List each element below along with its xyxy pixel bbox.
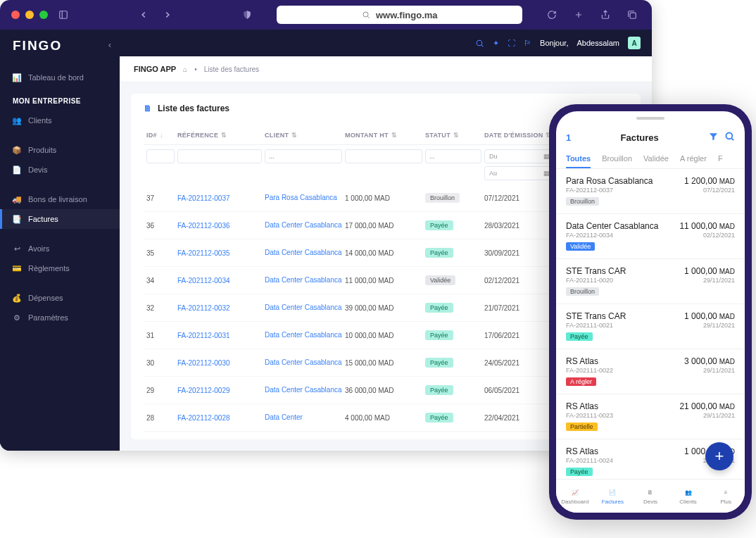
cell-ref[interactable]: FA-202112-0032 <box>177 304 262 312</box>
nav-icon: 📄 <box>607 487 617 497</box>
sidebar-item[interactable]: ⚙Paramètres <box>0 308 120 327</box>
nav-icon: 👥 <box>683 487 693 497</box>
sidebar-item[interactable]: 💳Règlements <box>0 258 120 278</box>
phone-nav-item[interactable]: 👥Clients <box>669 480 707 513</box>
cell-ref[interactable]: FA-202112-0036 <box>177 222 262 230</box>
p-client: Para Rosa Casablanca <box>566 176 653 186</box>
cell-client[interactable]: Data Center Casablanca <box>265 249 342 257</box>
cell-montant: 17 000,00 MAD <box>345 222 422 230</box>
flag-icon[interactable]: 🏳 <box>524 39 531 47</box>
cell-id: 36 <box>146 222 175 230</box>
apps-icon[interactable]: ✦ <box>493 39 499 48</box>
cell-ref[interactable]: FA-202112-0030 <box>177 359 262 367</box>
col-date[interactable]: DATE D'ÉMISSION⇅ <box>484 132 555 139</box>
phone-tab[interactable]: Toutes <box>566 154 591 168</box>
user-avatar[interactable]: A <box>628 37 641 49</box>
cell-client[interactable]: Data Center Casablanca <box>265 276 342 284</box>
tabs-icon[interactable] <box>624 6 641 23</box>
phone-back[interactable]: 1 <box>566 132 571 143</box>
p-ref: FA-202112-0034 <box>566 232 613 239</box>
collapse-icon[interactable]: ‹ <box>108 39 111 50</box>
cell-ref[interactable]: FA-202112-0031 <box>177 332 262 339</box>
col-montant[interactable]: MONTANT HT⇅ <box>345 132 422 139</box>
col-client[interactable]: CLIENT⇅ <box>265 132 342 139</box>
phone-list-item[interactable]: RS Atlas3 000,00MAD FA-202111-002229/11/… <box>556 349 745 394</box>
cell-date: 02/12/2021 <box>484 277 555 284</box>
cell-ref[interactable]: FA-202112-0037 <box>177 194 262 202</box>
cell-statut: Payée <box>425 330 481 340</box>
sidebar-item[interactable]: 📑Factures <box>0 209 120 229</box>
sidebar-label: Règlements <box>28 264 70 273</box>
search-icon[interactable] <box>475 39 484 48</box>
cell-statut: Payée <box>425 220 481 230</box>
sidebar-toggle-icon[interactable] <box>55 6 72 23</box>
shield-icon[interactable] <box>239 6 256 23</box>
home-icon[interactable]: ⌂ <box>183 65 187 73</box>
sidebar-dashboard[interactable]: 📊 Tableau de bord <box>0 68 120 87</box>
col-id[interactable]: ID#↓ <box>146 132 175 139</box>
cell-client[interactable]: Data Center <box>265 413 342 422</box>
filter-client[interactable] <box>265 149 342 163</box>
sidebar-item[interactable]: ↩Avoirs <box>0 239 120 258</box>
breadcrumb-page: Liste des factures <box>204 65 259 73</box>
col-statut[interactable]: STATUT⇅ <box>425 132 481 139</box>
cell-ref[interactable]: FA-202112-0034 <box>177 277 262 284</box>
sidebar-label: Factures <box>28 215 58 223</box>
phone-tab[interactable]: F <box>718 154 723 168</box>
phone-list-item[interactable]: Data Center Casablanca11 000,00MAD FA-20… <box>556 214 745 259</box>
filter-ref[interactable] <box>177 149 262 163</box>
cell-client[interactable]: Data Center Casablanca <box>265 386 342 394</box>
search-icon[interactable] <box>724 131 735 144</box>
cell-client[interactable]: Data Center Casablanca <box>265 304 342 312</box>
cell-ref[interactable]: FA-202112-0029 <box>177 387 262 394</box>
phone-list-item[interactable]: Para Rosa Casablanca1 200,00MAD FA-20211… <box>556 169 745 214</box>
p-date: 29/11/2021 <box>703 322 735 329</box>
p-ref: FA-202111-0023 <box>566 412 613 419</box>
share-icon[interactable] <box>597 6 614 23</box>
cell-id: 29 <box>146 387 175 394</box>
cell-client[interactable]: Data Center Casablanca <box>265 331 342 339</box>
phone-nav-item[interactable]: 📄Factures <box>594 480 632 513</box>
phone-nav-item[interactable]: ≡Plus <box>707 480 745 513</box>
p-amount: 21 000,00MAD <box>679 401 735 411</box>
filter-icon[interactable] <box>708 131 719 144</box>
forward-icon[interactable] <box>159 6 176 23</box>
cell-id: 31 <box>146 332 175 339</box>
cell-client[interactable]: Data Center Casablanca <box>265 221 342 230</box>
cell-client[interactable]: Data Center Casablanca <box>265 358 342 367</box>
phone-nav-item[interactable]: 📈Dashboard <box>556 480 594 513</box>
phone-mockup: 1 Factures ToutesBrouillonValidéeA régle… <box>549 104 752 520</box>
cell-ref[interactable]: FA-202112-0035 <box>177 249 262 257</box>
phone-list-item[interactable]: STE Trans CAR1 000,00MAD FA-202111-00202… <box>556 259 745 304</box>
svg-rect-2 <box>630 13 636 18</box>
filter-id[interactable] <box>146 149 175 163</box>
sidebar-item[interactable]: 🚚Bons de livraison <box>0 189 120 209</box>
phone-tab[interactable]: Validée <box>643 154 669 168</box>
filter-statut[interactable] <box>425 149 481 163</box>
filter-montant[interactable] <box>345 149 422 163</box>
phone-list[interactable]: Para Rosa Casablanca1 200,00MAD FA-20211… <box>556 169 745 479</box>
address-bar[interactable]: www.fingo.ma <box>277 6 522 24</box>
plus-icon[interactable] <box>570 6 587 23</box>
phone-list-item[interactable]: RS Atlas21 000,00MAD FA-202111-002329/11… <box>556 394 745 439</box>
sidebar-item[interactable]: 💰Dépenses <box>0 288 120 308</box>
reload-icon[interactable] <box>543 6 560 23</box>
sidebar-item[interactable]: 📦Produits <box>0 140 120 160</box>
cell-statut: Validée <box>425 275 481 285</box>
cell-ref[interactable]: FA-202112-0028 <box>177 414 262 422</box>
phone-list-item[interactable]: STE Trans CAR1 000,00MAD FA-202111-00212… <box>556 304 745 349</box>
sidebar-item[interactable]: 📄Devis <box>0 160 120 180</box>
expand-icon[interactable]: ⛶ <box>508 39 515 47</box>
filter-date-from[interactable]: Du▦ <box>484 149 555 163</box>
p-badge: Partielle <box>566 423 598 431</box>
sidebar-item[interactable]: 👥Clients <box>0 111 120 130</box>
window-controls[interactable] <box>11 11 48 19</box>
back-icon[interactable] <box>135 6 152 23</box>
phone-nav-item[interactable]: 🗎Devis <box>631 480 669 513</box>
phone-tab[interactable]: A régler <box>680 154 707 168</box>
fab-add[interactable]: + <box>705 442 733 470</box>
cell-client[interactable]: Para Rosa Casablanca <box>265 194 342 202</box>
filter-date-to[interactable]: Au▦ <box>484 166 555 180</box>
phone-tab[interactable]: Brouillon <box>602 154 632 168</box>
col-ref[interactable]: RÉFÉRENCE⇅ <box>177 132 262 139</box>
